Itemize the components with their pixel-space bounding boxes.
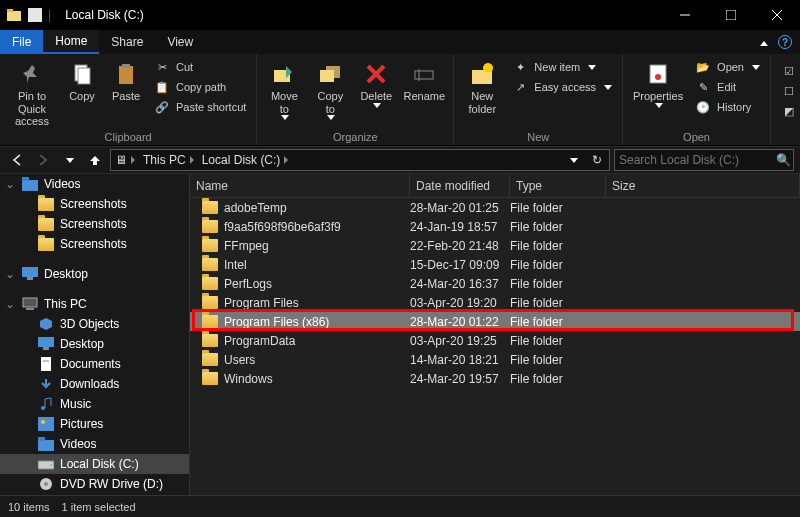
tree-item[interactable]: ⌄Videos bbox=[0, 174, 189, 194]
paste-shortcut-button[interactable]: 🔗Paste shortcut bbox=[150, 98, 250, 116]
collapse-ribbon-icon[interactable] bbox=[758, 35, 768, 49]
search-box[interactable]: 🔍 bbox=[614, 149, 794, 171]
forward-button[interactable] bbox=[32, 149, 54, 171]
paste-button[interactable]: Paste bbox=[106, 56, 146, 103]
file-type: File folder bbox=[510, 296, 606, 310]
folder-icon bbox=[202, 220, 218, 233]
tree-item[interactable]: Pictures bbox=[0, 414, 189, 434]
minimize-button[interactable] bbox=[662, 0, 708, 30]
breadcrumb-drive[interactable]: Local Disk (C:) bbox=[202, 153, 281, 167]
search-icon[interactable]: 🔍 bbox=[773, 153, 793, 167]
tree-item[interactable]: ⌄Desktop bbox=[0, 264, 189, 284]
up-button[interactable] bbox=[84, 149, 106, 171]
properties-button[interactable]: Properties bbox=[629, 56, 687, 108]
table-row[interactable]: PerfLogs24-Mar-20 16:37File folder bbox=[190, 274, 800, 293]
tree-item[interactable]: Screenshots bbox=[0, 194, 189, 214]
easy-access-button[interactable]: ↗Easy access bbox=[508, 78, 616, 96]
col-type[interactable]: Type bbox=[510, 174, 606, 197]
close-button[interactable] bbox=[754, 0, 800, 30]
new-item-button[interactable]: ✦New item bbox=[508, 58, 616, 76]
breadcrumb-thispc[interactable]: This PC bbox=[143, 153, 186, 167]
group-label-new: New bbox=[460, 129, 616, 145]
tree-item[interactable]: Downloads bbox=[0, 374, 189, 394]
tree-item[interactable]: DVD RW Drive (D:) bbox=[0, 474, 189, 494]
edit-button[interactable]: ✎Edit bbox=[691, 78, 764, 96]
tree-item[interactable]: Screenshots bbox=[0, 214, 189, 234]
copy-to-button[interactable]: Copy to bbox=[309, 56, 351, 120]
tree-label: Desktop bbox=[44, 267, 88, 281]
move-to-button[interactable]: Move to bbox=[263, 56, 305, 120]
svg-point-40 bbox=[44, 482, 48, 486]
table-row[interactable]: f9aa5f698f96be6af3f924-Jan-19 18:57File … bbox=[190, 217, 800, 236]
file-date: 24-Jan-19 18:57 bbox=[410, 220, 510, 234]
folder-icon bbox=[38, 216, 54, 232]
table-row[interactable]: ProgramData03-Apr-20 19:25File folder bbox=[190, 331, 800, 350]
tree-item[interactable]: 3D Objects bbox=[0, 314, 189, 334]
table-row[interactable]: Windows24-Mar-20 19:57File folder bbox=[190, 369, 800, 388]
file-list[interactable]: Name Date modified Type Size adobeTemp28… bbox=[190, 174, 800, 495]
refresh-button[interactable]: ↻ bbox=[585, 153, 609, 167]
tab-home[interactable]: Home bbox=[43, 30, 99, 54]
search-input[interactable] bbox=[615, 153, 773, 167]
svg-rect-26 bbox=[23, 298, 37, 307]
tab-file[interactable]: File bbox=[0, 30, 43, 54]
open-button[interactable]: 📂Open bbox=[691, 58, 764, 76]
help-icon[interactable]: ? bbox=[778, 35, 792, 49]
cut-icon: ✂ bbox=[154, 59, 170, 75]
tab-share[interactable]: Share bbox=[99, 30, 155, 54]
tree-item[interactable]: Music bbox=[0, 394, 189, 414]
table-row[interactable]: Program Files03-Apr-20 19:20File folder bbox=[190, 293, 800, 312]
save-icon[interactable] bbox=[28, 8, 42, 22]
new-folder-button[interactable]: New folder bbox=[460, 56, 504, 115]
history-dropdown[interactable] bbox=[561, 158, 585, 163]
tree-item[interactable]: Screenshots bbox=[0, 234, 189, 254]
select-none-button[interactable]: ☐Select none bbox=[777, 82, 800, 100]
folder-icon bbox=[202, 372, 218, 385]
recent-button[interactable] bbox=[58, 149, 80, 171]
col-size[interactable]: Size bbox=[606, 174, 800, 197]
pin-button[interactable]: Pin to Quick access bbox=[6, 56, 58, 128]
tree-item[interactable]: Desktop bbox=[0, 334, 189, 354]
group-new: New folder ✦New item ↗Easy access New bbox=[454, 54, 623, 145]
copy-button[interactable]: Copy bbox=[62, 56, 102, 103]
table-row[interactable]: Users14-Mar-20 18:21File folder bbox=[190, 350, 800, 369]
tab-view[interactable]: View bbox=[155, 30, 205, 54]
svg-rect-36 bbox=[38, 437, 45, 441]
column-headers[interactable]: Name Date modified Type Size bbox=[190, 174, 800, 198]
col-date[interactable]: Date modified bbox=[410, 174, 510, 197]
tree-item[interactable]: Videos bbox=[0, 434, 189, 454]
history-button[interactable]: 🕑History bbox=[691, 98, 764, 116]
folder-icon bbox=[202, 296, 218, 309]
back-button[interactable] bbox=[6, 149, 28, 171]
copy-path-button[interactable]: 📋Copy path bbox=[150, 78, 250, 96]
invert-selection-button[interactable]: ◩Invert selection bbox=[777, 102, 800, 120]
group-select: ☑Select all ☐Select none ◩Invert selecti… bbox=[771, 54, 800, 145]
file-name: PerfLogs bbox=[224, 277, 272, 291]
pin-icon bbox=[18, 60, 46, 88]
nav-tree[interactable]: ⌄VideosScreenshotsScreenshotsScreenshots… bbox=[0, 174, 190, 495]
tree-item[interactable]: Local Disk (C:) bbox=[0, 454, 189, 474]
window-title: Local Disk (C:) bbox=[57, 8, 662, 22]
table-row[interactable]: Intel15-Dec-17 09:09File folder bbox=[190, 255, 800, 274]
tree-item[interactable]: ⌄This PC bbox=[0, 294, 189, 314]
content-area: ⌄VideosScreenshotsScreenshotsScreenshots… bbox=[0, 174, 800, 495]
svg-rect-24 bbox=[22, 267, 38, 277]
breadcrumb[interactable]: 🖥 This PC Local Disk (C:) ↻ bbox=[110, 149, 610, 171]
svg-rect-22 bbox=[22, 180, 38, 191]
col-name[interactable]: Name bbox=[190, 174, 410, 197]
paste-icon bbox=[112, 60, 140, 88]
svg-point-34 bbox=[41, 420, 45, 424]
table-row[interactable]: Program Files (x86)28-Mar-20 01:22File f… bbox=[190, 312, 800, 331]
tree-item[interactable]: Documents bbox=[0, 354, 189, 374]
select-all-button[interactable]: ☑Select all bbox=[777, 62, 800, 80]
delete-button[interactable]: Delete bbox=[355, 56, 397, 108]
svg-rect-28 bbox=[38, 337, 54, 347]
group-open: Properties 📂Open ✎Edit 🕑History Open bbox=[623, 54, 771, 145]
table-row[interactable]: adobeTemp28-Mar-20 01:25File folder bbox=[190, 198, 800, 217]
table-row[interactable]: FFmpeg22-Feb-20 21:48File folder bbox=[190, 236, 800, 255]
svg-point-38 bbox=[50, 464, 52, 466]
tree-label: DVD RW Drive (D:) bbox=[60, 477, 163, 491]
rename-button[interactable]: Rename bbox=[401, 56, 447, 103]
cut-button[interactable]: ✂Cut bbox=[150, 58, 250, 76]
maximize-button[interactable] bbox=[708, 0, 754, 30]
